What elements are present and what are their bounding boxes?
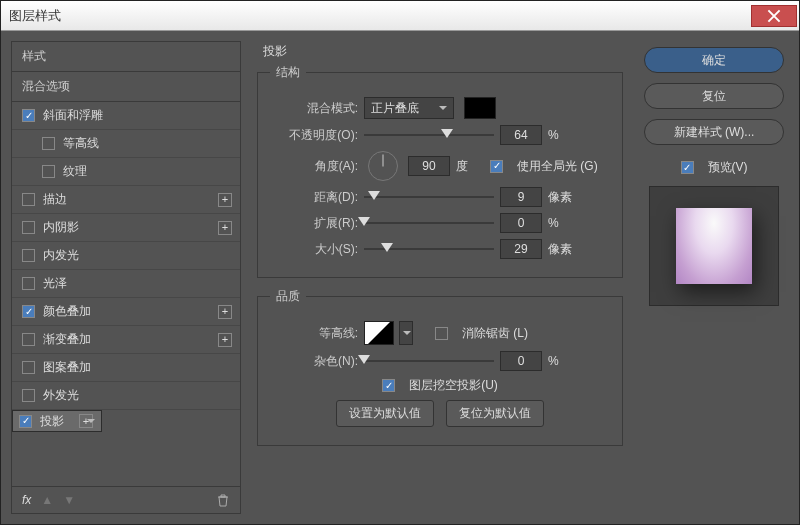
style-item-7[interactable]: 颜色叠加+ — [12, 298, 240, 326]
knockout-checkbox[interactable] — [382, 379, 395, 392]
style-checkbox[interactable] — [22, 277, 35, 290]
style-item-label: 内发光 — [43, 247, 79, 264]
angle-unit: 度 — [456, 158, 468, 175]
style-item-9[interactable]: 图案叠加 — [12, 354, 240, 382]
style-item-label: 纹理 — [63, 163, 87, 180]
global-light-checkbox[interactable] — [490, 160, 503, 173]
opacity-input[interactable]: 64 — [500, 125, 542, 145]
sidebar-header-styles[interactable]: 样式 — [12, 42, 240, 72]
style-item-label: 图案叠加 — [43, 359, 91, 376]
new-style-button[interactable]: 新建样式 (W)... — [644, 119, 784, 145]
global-light-label: 使用全局光 (G) — [517, 158, 598, 175]
distance-unit: 像素 — [548, 189, 578, 206]
size-label: 大小(S): — [270, 241, 358, 258]
style-item-label: 光泽 — [43, 275, 67, 292]
contour-swatch[interactable] — [364, 321, 394, 345]
preview-label: 预览(V) — [708, 159, 748, 176]
style-checkbox[interactable] — [22, 193, 35, 206]
opacity-label: 不透明度(O): — [270, 127, 358, 144]
distance-input[interactable]: 9 — [500, 187, 542, 207]
style-checkbox[interactable] — [22, 221, 35, 234]
spread-unit: % — [548, 216, 578, 230]
sidebar-header-blend[interactable]: 混合选项 — [12, 72, 240, 102]
opacity-unit: % — [548, 128, 578, 142]
style-checkbox[interactable] — [19, 415, 32, 428]
antialias-checkbox[interactable] — [435, 327, 448, 340]
spread-slider[interactable] — [364, 215, 494, 231]
style-item-label: 等高线 — [63, 135, 99, 152]
window-title: 图层样式 — [1, 7, 61, 25]
style-checkbox[interactable] — [42, 137, 55, 150]
contour-label: 等高线: — [270, 325, 358, 342]
arrow-down-icon[interactable]: ▼ — [63, 493, 75, 507]
style-checkbox[interactable] — [22, 249, 35, 262]
add-effect-icon[interactable]: + — [218, 333, 232, 347]
contour-dropdown[interactable] — [399, 321, 413, 345]
spread-input[interactable]: 0 — [500, 213, 542, 233]
style-item-3[interactable]: 描边+ — [12, 186, 240, 214]
style-item-6[interactable]: 光泽 — [12, 270, 240, 298]
style-item-0[interactable]: 斜面和浮雕 — [12, 102, 240, 130]
reset-default-button[interactable]: 复位为默认值 — [446, 400, 544, 427]
blend-mode-select[interactable]: 正片叠底 — [364, 97, 454, 119]
style-item-2[interactable]: 纹理 — [12, 158, 240, 186]
add-effect-icon[interactable]: + — [79, 414, 93, 428]
style-checkbox[interactable] — [22, 305, 35, 318]
angle-label: 角度(A): — [270, 158, 358, 175]
size-slider[interactable] — [364, 241, 494, 257]
style-item-1[interactable]: 等高线 — [12, 130, 240, 158]
preview-checkbox[interactable] — [681, 161, 694, 174]
style-item-8[interactable]: 渐变叠加+ — [12, 326, 240, 354]
style-item-4[interactable]: 内阴影+ — [12, 214, 240, 242]
knockout-label: 图层挖空投影(U) — [409, 377, 498, 394]
structure-group: 结构 混合模式: 正片叠底 不透明度(O): 64 % 角度(A): 90 度 — [257, 64, 623, 278]
arrow-up-icon[interactable]: ▲ — [41, 493, 53, 507]
angle-input[interactable]: 90 — [408, 156, 450, 176]
style-item-label: 渐变叠加 — [43, 331, 91, 348]
make-default-button[interactable]: 设置为默认值 — [336, 400, 434, 427]
size-input[interactable]: 29 — [500, 239, 542, 259]
noise-unit: % — [548, 354, 578, 368]
noise-input[interactable]: 0 — [500, 351, 542, 371]
style-item-10[interactable]: 外发光 — [12, 382, 240, 410]
style-item-label: 内阴影 — [43, 219, 79, 236]
opacity-slider[interactable] — [364, 127, 494, 143]
titlebar[interactable]: 图层样式 — [1, 1, 799, 31]
style-item-label: 颜色叠加 — [43, 303, 91, 320]
style-checkbox[interactable] — [22, 361, 35, 374]
quality-group: 品质 等高线: 消除锯齿 (L) 杂色(N): 0 % 图 — [257, 288, 623, 446]
settings-panel: 投影 结构 混合模式: 正片叠底 不透明度(O): 64 % 角度(A): — [251, 41, 629, 514]
add-effect-icon[interactable]: + — [218, 221, 232, 235]
style-item-5[interactable]: 内发光 — [12, 242, 240, 270]
preview-swatch — [676, 208, 752, 284]
add-effect-icon[interactable]: + — [218, 305, 232, 319]
style-item-label: 投影 — [40, 413, 64, 430]
layer-style-dialog: 图层样式 样式 混合选项 斜面和浮雕等高线纹理描边+内阴影+内发光光泽颜色叠加+… — [0, 0, 800, 525]
style-checkbox[interactable] — [22, 109, 35, 122]
section-title: 投影 — [263, 43, 623, 60]
trash-icon[interactable] — [216, 493, 230, 507]
preview-box — [649, 186, 779, 306]
close-button[interactable] — [751, 5, 797, 27]
blend-mode-label: 混合模式: — [270, 100, 358, 117]
distance-slider[interactable] — [364, 189, 494, 205]
style-item-label: 外发光 — [43, 387, 79, 404]
shadow-color-swatch[interactable] — [464, 97, 496, 119]
style-checkbox[interactable] — [42, 165, 55, 178]
cancel-button[interactable]: 复位 — [644, 83, 784, 109]
add-effect-icon[interactable]: + — [218, 193, 232, 207]
angle-dial[interactable] — [368, 151, 398, 181]
noise-label: 杂色(N): — [270, 353, 358, 370]
style-checkbox[interactable] — [22, 333, 35, 346]
style-item-label: 斜面和浮雕 — [43, 107, 103, 124]
fx-label[interactable]: fx — [22, 493, 31, 507]
style-checkbox[interactable] — [22, 389, 35, 402]
sidebar-footer: fx ▲ ▼ — [12, 486, 240, 513]
action-panel: 确定 复位 新建样式 (W)... 预览(V) — [639, 41, 789, 514]
spread-label: 扩展(R): — [270, 215, 358, 232]
ok-button[interactable]: 确定 — [644, 47, 784, 73]
size-unit: 像素 — [548, 241, 578, 258]
style-item-11[interactable]: 投影+ — [12, 410, 102, 432]
noise-slider[interactable] — [364, 353, 494, 369]
style-item-label: 描边 — [43, 191, 67, 208]
